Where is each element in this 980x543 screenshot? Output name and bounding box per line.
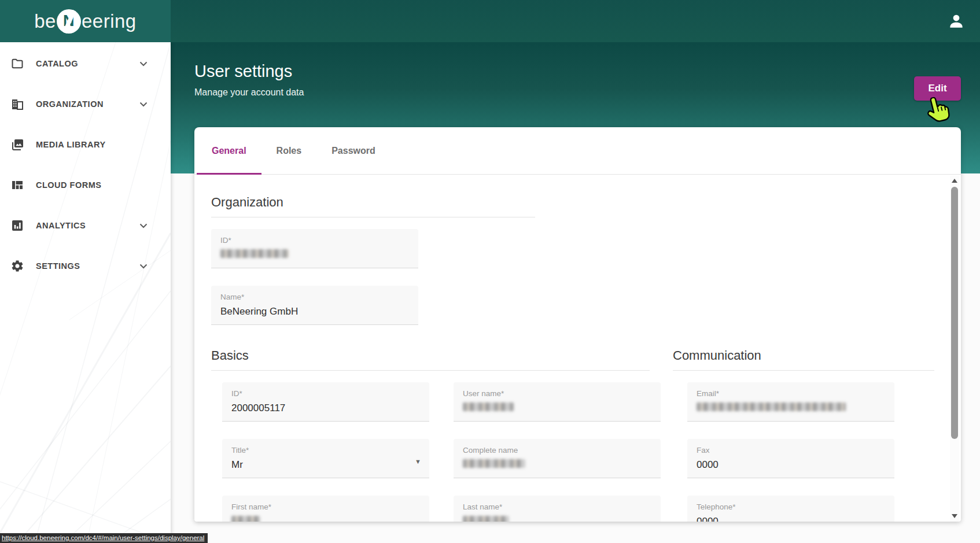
chevron-down-icon[interactable] <box>139 61 148 67</box>
field-label: ID* <box>231 389 420 398</box>
sidebar-item-label: ORGANIZATION <box>36 99 104 109</box>
logo-wordmark: be N eering <box>34 9 136 34</box>
tab-roles[interactable]: Roles <box>261 127 317 174</box>
sidebar-item-label: CATALOG <box>36 59 78 68</box>
redacted-value <box>463 516 509 522</box>
field-value-redacted <box>463 402 651 414</box>
fax-field[interactable]: Fax 0000 <box>687 439 894 478</box>
tab-password[interactable]: Password <box>316 127 390 174</box>
title-select-field[interactable]: Title* Mr ▼ <box>222 439 429 478</box>
page-title: User settings <box>194 62 292 81</box>
chevron-down-icon[interactable] <box>139 264 148 269</box>
field-label: Email* <box>697 389 885 398</box>
sidebar-nav: CATALOG ORGANIZATION <box>0 42 171 286</box>
view-quilt-icon <box>10 178 24 192</box>
redacted-value <box>697 402 846 411</box>
tab-content-general: Organization ID* Name* BeNeering GmbH Ba… <box>194 175 961 522</box>
basics-fields: ID* 2000005117 User name* Title* Mr ▼ <box>211 382 650 522</box>
tab-general[interactable]: General <box>197 127 261 174</box>
user-settings-card: General Roles Password Organization ID* … <box>194 127 961 522</box>
sidebar-item-cloud-forms[interactable]: CLOUD FORMS <box>0 165 171 205</box>
tab-bar: General Roles Password <box>194 127 961 175</box>
basics-communication-row: Basics ID* 2000005117 User name* Ti <box>211 348 961 522</box>
field-label: ID* <box>220 236 409 245</box>
field-value: 0000 <box>697 459 885 471</box>
top-bar: be N eering <box>0 0 980 42</box>
top-bar-background <box>171 0 980 42</box>
field-label: Complete name <box>463 446 651 455</box>
organization-fields: ID* Name* BeNeering GmbH <box>211 229 418 325</box>
sidebar: CATALOG ORGANIZATION <box>0 42 171 543</box>
sidebar-item-label: ANALYTICS <box>36 221 86 230</box>
redacted-value <box>463 459 525 468</box>
field-label: Last name* <box>463 503 651 511</box>
field-value: BeNeering GmbH <box>220 306 409 317</box>
section-title-basics: Basics <box>211 348 650 363</box>
app-logo[interactable]: be N eering <box>0 0 171 42</box>
redacted-value <box>220 249 289 258</box>
field-label: User name* <box>463 389 651 398</box>
field-label: Name* <box>220 293 409 301</box>
org-name-field[interactable]: Name* BeNeering GmbH <box>211 286 418 325</box>
status-url: https://cloud.beneering.com/dc4/#/main/u… <box>2 534 204 541</box>
section-title-communication: Communication <box>673 348 934 363</box>
photo-library-icon <box>10 138 24 152</box>
folder-icon <box>10 57 24 71</box>
scrollbar-thumb[interactable] <box>951 187 958 439</box>
scroll-down-icon[interactable] <box>952 514 957 518</box>
section-title-organization: Organization <box>211 195 535 210</box>
basics-section-header: Basics <box>211 348 650 371</box>
user-account-icon[interactable] <box>948 12 965 29</box>
field-label: Title* <box>231 446 420 455</box>
field-value-redacted <box>463 459 651 471</box>
first-name-field[interactable]: First name* <box>222 496 429 522</box>
sidebar-item-label: SETTINGS <box>36 261 80 271</box>
dropdown-arrow-icon[interactable]: ▼ <box>415 458 421 465</box>
field-value-redacted <box>231 516 420 522</box>
link-status-bar: https://cloud.beneering.com/dc4/#/main/u… <box>0 533 208 543</box>
scrollbar[interactable] <box>950 175 959 522</box>
last-name-field[interactable]: Last name* <box>454 496 661 522</box>
page-subtitle: Manage your account data <box>194 87 304 98</box>
field-value: 2000005117 <box>231 402 420 414</box>
bar-chart-icon <box>10 219 24 232</box>
sidebar-item-label: CLOUD FORMS <box>36 180 101 190</box>
telephone-field[interactable]: Telephone* 0000 <box>687 496 894 522</box>
sidebar-item-settings[interactable]: SETTINGS <box>0 246 171 286</box>
user-name-field[interactable]: User name* <box>454 382 661 422</box>
complete-name-field[interactable]: Complete name <box>454 439 661 478</box>
logo-suffix: eering <box>82 10 137 32</box>
org-id-field[interactable]: ID* <box>211 229 418 268</box>
sidebar-item-media-library[interactable]: MEDIA LIBRARY <box>0 124 171 165</box>
communication-section: Communication Email* Fax 0000 Telep <box>673 348 934 522</box>
communication-section-header: Communication <box>673 348 934 371</box>
gear-icon <box>10 259 24 273</box>
field-label: First name* <box>231 503 420 511</box>
sidebar-item-organization[interactable]: ORGANIZATION <box>0 84 171 124</box>
field-value-redacted <box>463 516 651 522</box>
basics-section: Basics ID* 2000005117 User name* Ti <box>211 348 650 522</box>
redacted-value <box>463 402 514 411</box>
field-value-redacted <box>697 402 885 414</box>
logo-prefix: be <box>34 10 56 32</box>
email-field[interactable]: Email* <box>687 382 894 422</box>
chevron-down-icon[interactable] <box>139 223 148 228</box>
redacted-value <box>231 516 260 522</box>
communication-fields: Email* Fax 0000 Telephone* 0000 <box>673 382 934 522</box>
user-id-field[interactable]: ID* 2000005117 <box>222 382 429 422</box>
sidebar-item-label: MEDIA LIBRARY <box>36 140 106 149</box>
chevron-down-icon[interactable] <box>139 102 148 107</box>
field-label: Telephone* <box>697 503 885 511</box>
field-label: Fax <box>697 446 885 455</box>
building-icon <box>10 97 24 111</box>
field-value-redacted <box>220 249 409 261</box>
logo-n-badge: N <box>57 9 81 34</box>
sidebar-item-catalog[interactable]: CATALOG <box>0 43 171 84</box>
scroll-up-icon[interactable] <box>952 179 957 183</box>
organization-section-header: Organization <box>211 195 535 217</box>
field-value: Mr <box>231 459 420 471</box>
field-value: 0000 <box>697 516 885 522</box>
sidebar-item-analytics[interactable]: ANALYTICS <box>0 205 171 246</box>
